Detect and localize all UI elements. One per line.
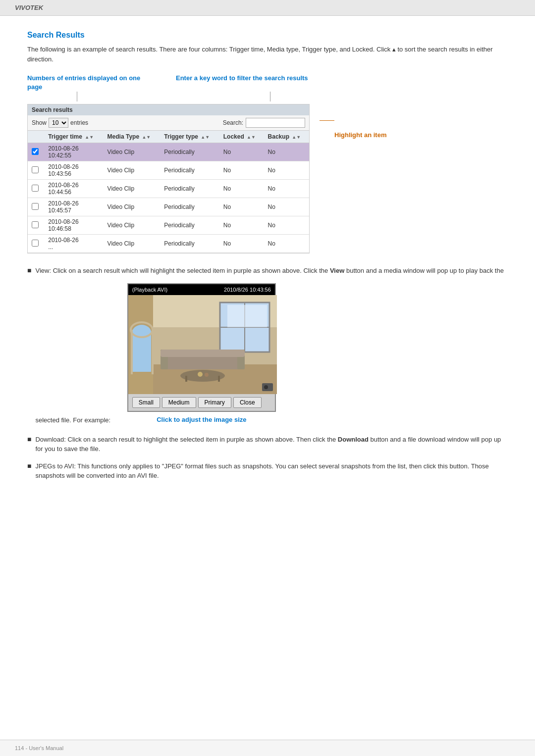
trigger-type-cell: Periodically xyxy=(160,143,219,161)
highlight-arrow-line xyxy=(320,120,334,121)
backup-cell: No xyxy=(264,161,309,180)
table-row[interactable]: 2010-08-2610:44:56 Video Clip Periodical… xyxy=(28,180,309,198)
trigger-time-cell: 2010-08-2610:44:56 xyxy=(44,180,103,198)
view-bullet: ■ View: Click on a search result which w… xyxy=(27,266,508,427)
row-checkbox[interactable] xyxy=(32,240,39,247)
jpegs-bullet-text: JPEGs to AVI: This functions only applie… xyxy=(35,461,508,481)
table-head: Trigger time ▲▼ Media Type ▲▼ Trigger ty… xyxy=(28,131,309,143)
medium-button[interactable]: Medium xyxy=(162,397,196,408)
trigger-type-cell: Periodically xyxy=(160,180,219,198)
entries-annotation: Numbers of entries displayed on one page xyxy=(27,74,141,92)
section-title: Search Results xyxy=(27,31,508,40)
download-bullet: ■ Download: Click on a search result to … xyxy=(27,435,508,454)
locked-cell: No xyxy=(219,198,264,216)
trigger-type-cell: Periodically xyxy=(160,198,219,216)
backup-cell: No xyxy=(264,143,309,161)
row-checkbox[interactable] xyxy=(32,166,39,173)
table-row[interactable]: 2010-08-2610:45:57 Video Clip Periodical… xyxy=(28,198,309,216)
svg-rect-6 xyxy=(131,330,133,374)
media-type-cell: Video Clip xyxy=(104,235,160,253)
results-table: Trigger time ▲▼ Media Type ▲▼ Trigger ty… xyxy=(28,131,309,253)
row-checkbox[interactable] xyxy=(32,148,39,155)
row-checkbox[interactable] xyxy=(32,185,39,192)
playback-window: (Playback AVI) 2010/8/26 10:43:56 xyxy=(127,283,276,412)
media-type-cell: Video Clip xyxy=(104,216,160,235)
locked-cell: No xyxy=(219,161,264,180)
search-label: Search: xyxy=(223,119,243,126)
col-locked[interactable]: Locked ▲▼ xyxy=(219,131,264,143)
entries-suffix: entries xyxy=(70,119,88,126)
svg-rect-7 xyxy=(152,330,154,374)
search-results-table-container: Search results Show 10 25 50 entries xyxy=(27,104,310,253)
trigger-type-cell: Periodically xyxy=(160,161,219,180)
show-label: Show xyxy=(32,119,47,126)
table-controls: Show 10 25 50 entries Search: xyxy=(28,115,309,131)
primary-button[interactable]: Primary xyxy=(198,397,231,408)
backup-cell: No xyxy=(264,180,309,198)
bullet-icon: ■ xyxy=(27,462,31,470)
header: VIVOTEK xyxy=(0,0,535,16)
small-button[interactable]: Small xyxy=(132,397,160,408)
room-scene xyxy=(128,295,277,394)
col-media-type[interactable]: Media Type ▲▼ xyxy=(104,131,160,143)
trigger-type-cell: Periodically xyxy=(160,235,219,253)
col-backup[interactable]: Backup ▲▼ xyxy=(264,131,309,143)
playback-title-bar: (Playback AVI) 2010/8/26 10:43:56 xyxy=(128,284,275,296)
playback-title-right: 2010/8/26 10:43:56 xyxy=(224,286,271,294)
footer: 114 - User's Manual xyxy=(0,740,535,756)
view-bullet-text: View: Click on a search result which wil… xyxy=(35,266,508,427)
table-row[interactable]: 2010-08-2610:42:55 Video Clip Periodical… xyxy=(28,143,309,161)
brand-label: VIVOTEK xyxy=(15,4,43,11)
filter-annotation: Enter a key word to filter the search re… xyxy=(176,74,308,92)
table-row[interactable]: 2010-08-2610:43:56 Video Clip Periodical… xyxy=(28,161,309,180)
search-control: Search: xyxy=(223,118,305,128)
bullet-icon: ■ xyxy=(27,435,31,443)
adjust-caption: Click to adjust the image size xyxy=(127,415,276,425)
media-type-cell: Video Clip xyxy=(104,161,160,180)
table-title-bar: Search results xyxy=(28,104,309,115)
backup-cell: No xyxy=(264,198,309,216)
svg-point-21 xyxy=(198,372,203,377)
row-checkbox[interactable] xyxy=(32,203,39,210)
svg-rect-17 xyxy=(160,350,245,357)
locked-cell: No xyxy=(219,143,264,161)
backup-cell: No xyxy=(264,235,309,253)
media-type-cell: Video Clip xyxy=(104,180,160,198)
content-block: Numbers of entries displayed on one page… xyxy=(27,74,508,253)
playback-container: (Playback AVI) 2010/8/26 10:43:56 xyxy=(127,283,276,425)
table-row[interactable]: 2010-08-26... Video Clip Periodically No… xyxy=(28,235,309,253)
search-input[interactable] xyxy=(246,118,305,128)
intro-text: The following is an example of search re… xyxy=(27,45,508,64)
table-body: 2010-08-2610:42:55 Video Clip Periodical… xyxy=(28,143,309,253)
locked-cell: No xyxy=(219,235,264,253)
trigger-time-cell: 2010-08-26... xyxy=(44,235,103,253)
download-bullet-text: Download: Click on a search result to hi… xyxy=(35,435,508,454)
backup-cell: No xyxy=(264,216,309,235)
main-content: Search Results The following is an examp… xyxy=(0,16,535,508)
playback-controls: Small Medium Primary Close xyxy=(128,394,275,411)
svg-rect-19 xyxy=(185,376,187,382)
close-button[interactable]: Close xyxy=(233,397,262,408)
trigger-time-cell: 2010-08-2610:46:58 xyxy=(44,216,103,235)
bullet-icon: ■ xyxy=(27,266,31,274)
row-checkbox[interactable] xyxy=(32,221,39,228)
show-entries-control: Show 10 25 50 entries xyxy=(32,118,88,128)
trigger-time-cell: 2010-08-2610:45:57 xyxy=(44,198,103,216)
locked-cell: No xyxy=(219,216,264,235)
col-trigger-type[interactable]: Trigger type ▲▼ xyxy=(160,131,219,143)
svg-rect-13 xyxy=(227,305,267,327)
svg-point-24 xyxy=(264,385,268,389)
table-row[interactable]: 2010-08-2610:46:58 Video Clip Periodical… xyxy=(28,216,309,235)
playback-image xyxy=(128,295,277,394)
table-wrapper: Search results Show 10 25 50 entries xyxy=(27,101,508,253)
col-checkbox xyxy=(28,131,44,143)
highlight-annotation-wrapper: Highlight an item xyxy=(320,116,386,139)
highlight-annotation: Highlight an item xyxy=(334,131,386,139)
col-trigger-time[interactable]: Trigger time ▲▼ xyxy=(44,131,103,143)
media-type-cell: Video Clip xyxy=(104,198,160,216)
locked-cell: No xyxy=(219,180,264,198)
media-type-cell: Video Clip xyxy=(104,143,160,161)
svg-rect-20 xyxy=(218,376,220,382)
entries-select[interactable]: 10 25 50 xyxy=(49,118,68,128)
playback-title-left: (Playback AVI) xyxy=(132,286,167,294)
